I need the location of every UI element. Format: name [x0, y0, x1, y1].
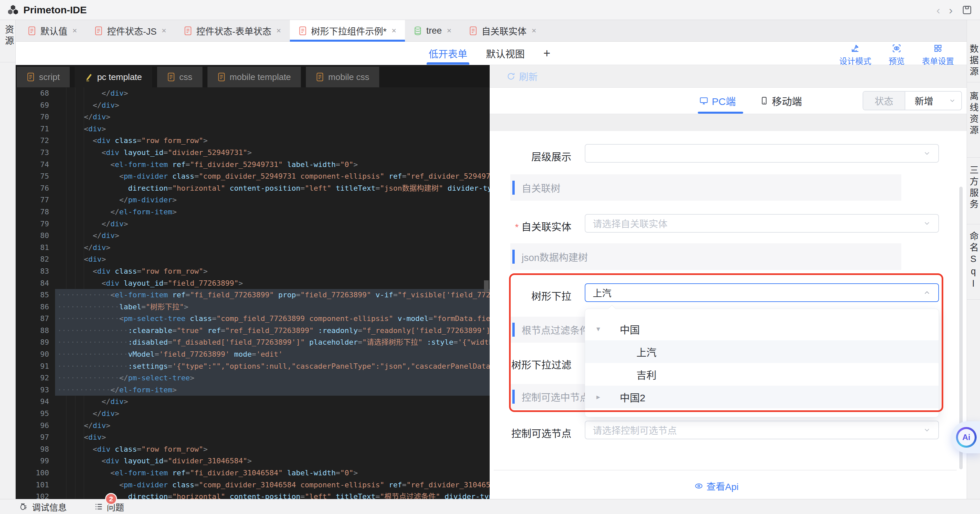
code-line-73[interactable]: 73 <div layout_id="divider_52949731">	[16, 147, 490, 159]
editor-tab-label: script	[39, 72, 60, 82]
editor-scrollbar-thumb[interactable]	[484, 280, 488, 292]
code-line-84[interactable]: 84 <div layout_id="field_77263899">	[16, 277, 490, 289]
rail-item-1[interactable]: 离线资源	[967, 91, 980, 136]
code-line-90[interactable]: 90················vModel='field_77263899…	[16, 348, 490, 360]
add-view-button[interactable]: +	[543, 42, 550, 65]
line-number: 88	[16, 325, 49, 337]
refresh-button[interactable]: 刷新	[506, 70, 538, 83]
line-text: </div>	[57, 421, 110, 430]
tree-item-1[interactable]: 上汽	[585, 340, 939, 363]
code-line-79[interactable]: 79 </div>	[16, 218, 490, 230]
code-line-96[interactable]: 96 </div>	[16, 420, 490, 432]
code-line-78[interactable]: 78 </el-form-item>	[16, 206, 490, 218]
editor-tab-css[interactable]: css	[157, 67, 202, 87]
editor-tab-pc-template[interactable]: pc template	[75, 67, 152, 87]
view-tabs: 低开表单 默认视图 +	[429, 42, 550, 65]
tree-select-input[interactable]: 上汽	[585, 283, 939, 302]
code-line-77[interactable]: 77 </pm-divider>	[16, 194, 490, 206]
save-icon[interactable]	[961, 4, 973, 16]
line-number: 102	[16, 491, 49, 499]
form-settings-button[interactable]: 表单设置	[922, 44, 954, 66]
line-number: 90	[16, 348, 49, 360]
preview-label: 预览	[889, 55, 905, 66]
caret-right-icon[interactable]: ▸	[597, 393, 600, 401]
design-mode-button[interactable]: 设计模式	[839, 44, 871, 66]
rail-item-2[interactable]: 三方服务	[967, 165, 980, 211]
ai-assistant-button[interactable]: Ai	[951, 421, 980, 453]
editor-tab-mobile-css[interactable]: mobile css	[306, 67, 379, 87]
tab-pc[interactable]: PC端	[699, 88, 736, 114]
code-line-85[interactable]: 85············<el-form-item ref="fi_fiel…	[16, 289, 490, 301]
code-line-93[interactable]: 93············</el-form-item>	[16, 384, 490, 396]
file-tab-5[interactable]: 自关联实体×	[460, 20, 545, 41]
selectable-nodes-select[interactable]: 请选择控制可选节点	[585, 421, 939, 439]
code-line-98[interactable]: 98 <div class="row form_row">	[16, 443, 490, 455]
form-card: 层级展示 自关联树 *自关联实体 请选择自关联实体 json数据构建树 树形下拉…	[490, 131, 967, 499]
tree-item-0[interactable]: ▾中国	[585, 318, 939, 340]
nav-back-icon[interactable]: ‹	[936, 4, 940, 16]
rail-item-3[interactable]: 命名Sql	[967, 231, 980, 291]
close-icon[interactable]: ×	[72, 26, 77, 35]
code-line-74[interactable]: 74 <el-form-item ref="fi_divider_5294973…	[16, 159, 490, 171]
file-tab-0[interactable]: 默认值×	[19, 20, 86, 41]
tab-lowcode-form[interactable]: 低开表单	[429, 42, 467, 65]
close-icon[interactable]: ×	[277, 26, 281, 35]
file-tab-3[interactable]: 树形下拉组件示例*×	[290, 20, 405, 41]
rail-item-resources[interactable]: 资源	[0, 25, 15, 48]
rail-item-0[interactable]: 数据源	[967, 44, 980, 78]
file-tab-4[interactable]: tree×	[405, 20, 460, 41]
preview-button[interactable]: 预览	[889, 44, 905, 66]
tab-mobile[interactable]: 移动端	[760, 88, 802, 114]
tab-default-view[interactable]: 默认视图	[486, 42, 525, 65]
code-line-100[interactable]: 100 <el-form-item ref="fi_divider_310465…	[16, 467, 490, 479]
code-line-76[interactable]: 76 direction="horizontal" content-positi…	[16, 182, 490, 194]
tree-item-2[interactable]: 吉利	[585, 363, 939, 386]
code-line-89[interactable]: 89················:disabled="f_disabled[…	[16, 336, 490, 348]
view-api-link[interactable]: 查看Api	[490, 475, 943, 497]
code-line-72[interactable]: 72 <div class="row form_row">	[16, 135, 490, 147]
close-icon[interactable]: ×	[532, 26, 536, 35]
code-line-102[interactable]: 102 direction="horizontal" content-posit…	[16, 491, 490, 499]
code-line-87[interactable]: 87··············<pm-select-tree class="c…	[16, 313, 490, 325]
code-line-97[interactable]: 97 <div>	[16, 432, 490, 443]
nav-forward-icon[interactable]: ›	[949, 4, 953, 16]
self-entity-select[interactable]: 请选择自关联实体	[585, 214, 939, 233]
code-line-86[interactable]: 86··············label="树形下拉">	[16, 301, 490, 313]
editor-tab-script[interactable]: script	[17, 67, 70, 87]
tree-item-3[interactable]: ▸中国2	[585, 386, 939, 408]
caret-down-icon[interactable]: ▾	[597, 325, 600, 333]
code-line-94[interactable]: 94 </div>	[16, 396, 490, 408]
close-icon[interactable]: ×	[162, 26, 167, 35]
code-lines[interactable]: 68 </div>69 </div>70 </div>71 <div>72 <d…	[16, 87, 490, 499]
line-text: <pm-divider class="comp_divider_31046584…	[57, 481, 490, 489]
line-number: 82	[16, 253, 49, 265]
code-line-69[interactable]: 69 </div>	[16, 99, 490, 111]
code-line-101[interactable]: 101 <pm-divider class="comp_divider_3104…	[16, 479, 490, 491]
file-tab-1[interactable]: 控件状态-JS×	[86, 20, 175, 41]
code-line-75[interactable]: 75 <pm-divider class="comp_divider_52949…	[16, 170, 490, 182]
code-line-81[interactable]: 81 </div>	[16, 242, 490, 254]
line-number: 100	[16, 467, 49, 479]
hierarchy-select[interactable]	[585, 144, 939, 163]
code-line-68[interactable]: 68 </div>	[16, 87, 490, 99]
code-line-71[interactable]: 71 <div>	[16, 123, 490, 135]
close-icon[interactable]: ×	[447, 26, 452, 35]
file-tab-2[interactable]: 控件状态-表单状态×	[175, 20, 290, 41]
form-icon	[299, 26, 307, 36]
code-editor: scriptpc templatecssmobile templatemobil…	[16, 65, 490, 499]
line-text: <div layout_id="divider_52949731">	[57, 148, 252, 157]
code-line-70[interactable]: 70 </div>	[16, 111, 490, 123]
code-line-92[interactable]: 92··············</pm-select-tree>	[16, 372, 490, 384]
debug-info-button[interactable]: 调试信息	[19, 501, 67, 513]
state-select[interactable]: 状态 新增	[862, 91, 962, 110]
code-line-88[interactable]: 88················:clearable="true" ref=…	[16, 325, 490, 337]
code-line-80[interactable]: 80 </div>	[16, 230, 490, 242]
code-line-82[interactable]: 82 <div>	[16, 253, 490, 265]
code-line-99[interactable]: 99 <div layout_id="divider_31046584">	[16, 455, 490, 467]
code-line-95[interactable]: 95 </div>	[16, 408, 490, 420]
code-line-83[interactable]: 83 <div class="row form_row">	[16, 265, 490, 277]
close-icon[interactable]: ×	[391, 26, 396, 35]
editor-tab-mobile-template[interactable]: mobile template	[207, 67, 301, 87]
form-settings-icon	[933, 44, 943, 53]
code-line-91[interactable]: 91················:settings='{"type":"",…	[16, 360, 490, 372]
